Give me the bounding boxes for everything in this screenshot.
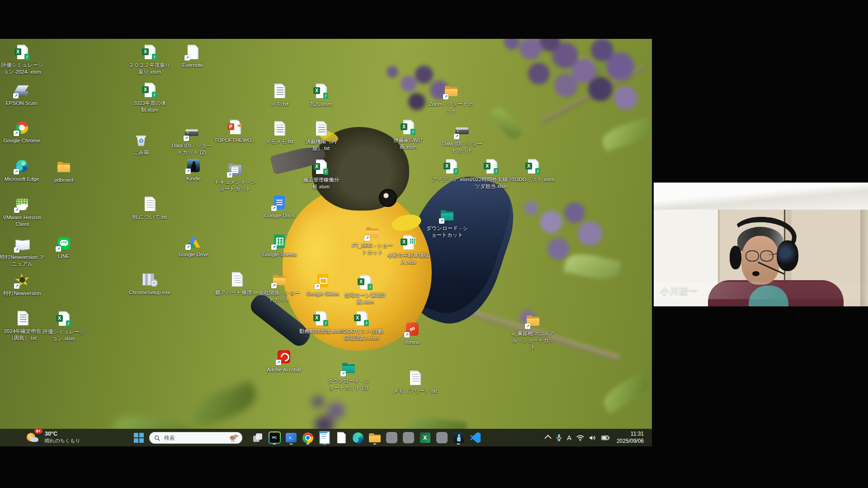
desktop-icon[interactable]: Evernote — [170, 44, 215, 69]
desktop-icon[interactable]: ２０２２年度振り返り.xlsm — [127, 44, 172, 75]
taskbar-app-pinned-app-2[interactable] — [402, 431, 415, 445]
search-box[interactable] — [149, 432, 242, 444]
desktop-icon[interactable]: 伊藤家GW計画.xlsm — [386, 119, 431, 150]
shortcut-arrow-icon — [364, 235, 370, 241]
taskbar-app-edge[interactable] — [352, 431, 364, 445]
desktop-icon-label: Microsoft Edge — [5, 176, 39, 183]
desktop-icon[interactable]: Google Drive — [171, 234, 216, 258]
microphone-icon[interactable] — [556, 434, 562, 441]
folder-icon — [442, 83, 460, 99]
desktop-icon[interactable]: LINE — [41, 235, 86, 260]
headset-mic — [752, 271, 760, 276]
desktop-icon[interactable]: 2023年度の体制.xlsm — [127, 82, 172, 113]
search-input[interactable] — [163, 434, 215, 441]
desktop-icon[interactable]: Adobe Acrobat — [261, 349, 307, 373]
drive-icon — [183, 125, 201, 141]
battery-icon[interactable] — [601, 435, 610, 441]
taskbar-app-powershell[interactable] — [285, 431, 297, 445]
desktop-icon[interactable]: 特打Newversion — [0, 272, 45, 297]
desktop-icon-label: Data (D) - ショートカット — [439, 141, 485, 154]
shortcut-arrow-icon — [185, 244, 191, 250]
shortcut-arrow-icon — [454, 134, 459, 139]
desktop-icon[interactable]: ダウンロード - ショートカット — [425, 207, 470, 239]
wifi-icon[interactable] — [576, 435, 584, 441]
icon-badge — [453, 168, 458, 174]
desktop-icon[interactable]: 2024年確定申告（因島）.txt — [0, 310, 45, 342]
taskbar-app-notepad[interactable] — [318, 431, 331, 445]
taskbar-app-file-explorer[interactable] — [368, 431, 381, 445]
taskbar-app-excel[interactable] — [419, 431, 431, 445]
shortcut-arrow-icon — [185, 169, 191, 174]
desktop-icon[interactable]: pdboard — [41, 159, 86, 183]
desktop-icon-label: Google Chrome — [3, 137, 40, 144]
desktop-icon[interactable]: Google Slides — [300, 273, 345, 297]
desktop-icon[interactable]: 評価シミュレーション-2024-.xlsm — [0, 44, 45, 75]
taskbar-app-pinned-app-1[interactable] — [385, 431, 398, 445]
desktop-icon[interactable]: TODOリスト(自動回収済み).xlsm — [339, 310, 384, 342]
start-button[interactable] — [132, 432, 146, 443]
desktop-icon[interactable]: TOPOFTHEWO... — [212, 119, 258, 144]
weather-temperature: 30°C — [45, 431, 80, 438]
taskbar-app-chrome[interactable] — [302, 431, 314, 445]
drive-icon — [453, 123, 471, 139]
desktop-icon-label: 特打Newversion — [3, 290, 41, 297]
desktop-icon[interactable]: 決裁権限（内規）.txt — [298, 121, 344, 152]
folderdl-icon — [438, 207, 456, 224]
shortcut-arrow-icon — [404, 332, 410, 338]
desktop-icon[interactable]: u_裏節税マニュアル - ショートカット — [510, 313, 556, 351]
taskbar-app-pycharm[interactable] — [268, 431, 281, 445]
desktop-icon[interactable]: メモ（フリー）.txt — [392, 370, 438, 394]
desktop-icon[interactable]: メモ.txt — [257, 83, 302, 108]
desktop-icon[interactable]: Zoom - ショートカット — [429, 83, 474, 114]
desktop-icon[interactable]: Microsoft Edge — [0, 158, 44, 183]
taskbar-app-task-view[interactable] — [251, 431, 264, 445]
desktop-icon[interactable]: ドキュメント - ショートカット — [212, 161, 258, 192]
desktop-icon[interactable]: ダウンロード - ショートカット (3) — [326, 360, 371, 391]
desktop-icon[interactable]: ChromeSetup.exe — [127, 272, 172, 296]
weather-widget[interactable]: 9+ 30°C 晴れのちくもり — [26, 430, 80, 445]
desktop-icon[interactable]: 施工管理稼働分析.xlsm — [298, 159, 344, 190]
desktop-icon[interactable]: TODOリスト.xlsm — [510, 159, 556, 183]
edge-icon — [13, 158, 31, 174]
desktop-icon[interactable]: 勤務時間管理.xlsm — [298, 310, 344, 335]
taskbar-app-new-document[interactable] — [335, 431, 348, 445]
desktop-icon[interactable]: 九九.xlsm — [298, 83, 344, 108]
desktop-icon[interactable]: Google Docs — [257, 195, 302, 219]
desktop-icon[interactable]: Data (D) - ショートカット — [439, 123, 485, 154]
desktop-icon[interactable]: 令和５年駐車場収入.xlsx — [386, 235, 431, 266]
taskbar-app-pinned-app-3[interactable] — [435, 431, 448, 445]
desktop-icon[interactable]: 2022時間外実績マツダ担当.xlsm — [469, 159, 514, 190]
desktop-icon[interactable]: 評価シミュレーション.xlsm — [41, 311, 86, 342]
taskbar-app-kindle[interactable] — [452, 431, 465, 445]
desktop-icon[interactable]: BLについて.txt — [127, 196, 172, 221]
volume-icon[interactable] — [589, 435, 596, 441]
shortcut-arrow-icon — [14, 283, 19, 289]
desktop-icon[interactable]: 住宅ローン返済計画.xlsm — [343, 274, 388, 305]
txt-icon — [14, 310, 32, 327]
desktop-icon-label: 伊藤家GW計画.xlsm — [386, 137, 431, 150]
desktop-icon[interactable]: Xmind — [390, 321, 435, 346]
taskbar-app-vscode[interactable] — [469, 431, 481, 445]
taskbar-clock[interactable]: 11:31 2025/09/06 — [617, 431, 644, 445]
desktop-icon[interactable]: アイディア.xlsm — [429, 159, 474, 183]
desktop-icon[interactable]: ごみ箱 — [118, 131, 164, 156]
webcam-tile[interactable]: 小川慶一 — [654, 183, 868, 306]
desktop-icon-label: pdboard — [54, 177, 73, 183]
new-document-icon — [337, 432, 346, 443]
desktop-icon[interactable]: メモメモ.txt — [257, 121, 302, 145]
ime-mode-indicator[interactable]: A — [567, 434, 571, 441]
screen-share-stage: 評価シミュレーション-2024-.xlsmEPSON ScanGoogle Ch… — [0, 0, 868, 488]
desktop-icon[interactable]: Kindle — [171, 158, 216, 182]
desktop-icon[interactable]: 郷アパート修理.txt — [214, 272, 259, 296]
desktop-icon[interactable]: EPSON Scan — [0, 82, 44, 107]
desktop-icon[interactable]: 会社関係 - ショートカット — [257, 272, 302, 303]
desktop-icon[interactable]: Google Chrome — [0, 120, 44, 144]
desktop-icon-label: メモメモ.txt — [265, 138, 293, 145]
shortcut-arrow-icon — [14, 131, 19, 136]
desktop-icon[interactable]: Data (D) - ショートカット (2) — [169, 125, 214, 156]
desktop-icon[interactable]: 特打Newversion マニュアル — [0, 236, 45, 267]
tray-chevron-up-icon[interactable] — [546, 435, 551, 440]
desktop-icon[interactable]: Google Sheets — [257, 234, 302, 258]
desktop-icon[interactable]: VMware Horizon Client — [0, 197, 45, 228]
icon-badge — [229, 164, 234, 166]
